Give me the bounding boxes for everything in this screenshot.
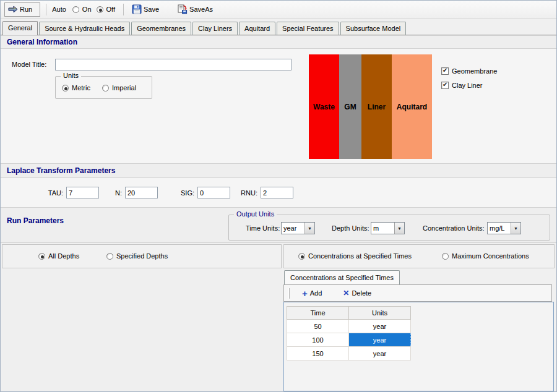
units-imperial-radio[interactable]: Imperial (102, 84, 136, 92)
main-toolbar: Run Auto On Off Save (1, 1, 556, 19)
concentrations-at-specified-times-label: Concentrations at Specified Times (308, 252, 412, 260)
concentration-units-dropdown[interactable]: mg/L ▼ (487, 222, 521, 234)
times-table: Time Units 50 year 100 year 150 year (287, 306, 411, 360)
save-button-label: Save (144, 6, 159, 13)
time-units-dropdown[interactable]: year ▼ (281, 222, 315, 234)
tab-subsurface-model[interactable]: Subsurface Model (340, 22, 407, 35)
table-row: 150 year (287, 347, 411, 360)
auto-off-radio-circle[interactable] (97, 6, 103, 13)
table-row: 50 year (287, 320, 411, 333)
units-metric-radio-circle[interactable] (62, 85, 69, 92)
rnu-label: RNU: (239, 189, 261, 197)
maximum-concentrations-radio-circle[interactable] (442, 253, 449, 260)
add-time-button[interactable]: + Add (296, 285, 328, 301)
auto-off-radio[interactable]: Off (94, 6, 118, 13)
auto-on-radio[interactable]: On (70, 6, 94, 13)
n-field: N: (114, 187, 158, 198)
concentrations-at-specified-times-radio[interactable]: Concentrations at Specified Times (298, 252, 412, 260)
tab-concentrations-at-specified-times[interactable]: Concentrations at Specified Times (284, 270, 400, 284)
specified-depths-label: Specified Depths (116, 252, 168, 260)
sig-input[interactable] (197, 187, 230, 198)
auto-on-label: On (82, 6, 92, 13)
depth-options-box: All Depths Specified Depths (2, 244, 282, 268)
main-tabbar: General Source & Hydraulic Heads Geomemb… (1, 19, 556, 35)
rnu-input[interactable] (261, 187, 293, 198)
tab-source-hydraulic-heads[interactable]: Source & Hydraulic Heads (39, 22, 130, 35)
units-cell[interactable]: year (349, 347, 411, 360)
add-button-label: Add (310, 289, 322, 297)
output-units-groupbox: Output Units Time Units: year ▼ Depth Un… (228, 215, 550, 241)
toolbar-separator (46, 4, 46, 15)
delete-x-icon: ✕ (343, 289, 349, 297)
tab-general[interactable]: General (2, 21, 38, 35)
save-button[interactable]: Save (129, 4, 162, 14)
specified-depths-radio[interactable]: Specified Depths (106, 252, 168, 260)
time-cell[interactable]: 150 (287, 347, 349, 360)
units-cell[interactable]: year (349, 320, 411, 333)
auto-on-radio-circle[interactable] (72, 6, 79, 13)
all-depths-radio-circle[interactable] (38, 253, 45, 260)
save-icon (132, 4, 142, 14)
app-window: Run Auto On Off Save (0, 0, 557, 392)
layer-gm: GM (339, 54, 361, 159)
depth-units-value: m (371, 223, 394, 234)
maximum-concentrations-radio[interactable]: Maximum Concentrations (442, 252, 529, 260)
general-information-header: General Information (1, 35, 556, 49)
output-units-caption: Output Units (234, 210, 277, 218)
times-grid-panel: Time Units 50 year 100 year 150 year (283, 302, 554, 391)
all-depths-radio[interactable]: All Depths (38, 252, 79, 260)
depth-units-label: Depth Units: (332, 224, 369, 232)
n-label: N: (114, 189, 125, 197)
times-table-header-units[interactable]: Units (349, 307, 411, 320)
units-imperial-radio-circle[interactable] (102, 85, 109, 92)
laplace-header: Laplace Transform Parameters (1, 163, 556, 178)
model-title-input[interactable] (55, 59, 291, 70)
sig-field: SIG: (179, 187, 230, 198)
units-cell-selected[interactable]: year (349, 333, 411, 347)
depth-units-dropdown-arrow-icon[interactable]: ▼ (394, 223, 404, 234)
general-information-body: Model Title: Units Metric Imperial Waste… (1, 49, 556, 163)
geomembrane-checkbox-label: Geomembrane (452, 67, 497, 75)
geomembrane-checkbox-box[interactable] (441, 67, 449, 75)
units-metric-radio[interactable]: Metric (62, 84, 90, 92)
units-groupbox-caption: Units (61, 72, 81, 79)
depth-units-dropdown[interactable]: m ▼ (371, 222, 405, 234)
geomembrane-checkbox[interactable]: Geomembrane (441, 67, 497, 75)
concentration-units-value: mg/L (488, 223, 511, 234)
run-button-label: Run (20, 6, 32, 13)
units-metric-label: Metric (72, 84, 90, 92)
saveas-button-label: SaveAs (189, 6, 213, 13)
saveas-button[interactable]: SaveAs (175, 4, 215, 14)
depths-empty-panel (2, 268, 282, 391)
concentration-units-dropdown-arrow-icon[interactable]: ▼ (511, 223, 520, 234)
specified-depths-radio-circle[interactable] (106, 253, 113, 260)
saveas-icon (178, 4, 188, 14)
concentration-options-box: Concentrations at Specified Times Maximu… (283, 244, 555, 268)
time-units-dropdown-arrow-icon[interactable]: ▼ (304, 223, 314, 234)
time-cell[interactable]: 50 (287, 320, 349, 333)
delete-time-button[interactable]: ✕ Delete (337, 285, 378, 301)
clay-liner-checkbox-box[interactable] (441, 82, 449, 89)
time-cell[interactable]: 100 (287, 333, 349, 347)
tab-clay-liners[interactable]: Clay Liners (192, 22, 238, 35)
layer-diagram: Waste GM Liner Aquitard (309, 54, 432, 159)
times-table-header-time[interactable]: Time (287, 307, 349, 320)
run-button[interactable]: Run (4, 2, 40, 17)
tab-special-features[interactable]: Special Features (277, 22, 339, 35)
tau-field: TAU: (44, 187, 99, 198)
toolbar-grip-handle[interactable] (288, 288, 290, 299)
maximum-concentrations-label: Maximum Concentrations (452, 252, 529, 260)
tab-aquitard[interactable]: Aquitard (239, 22, 275, 35)
tau-input[interactable] (66, 187, 99, 198)
clay-liner-checkbox[interactable]: Clay Liner (441, 82, 483, 89)
tab-geomembranes[interactable]: Geomembranes (131, 22, 191, 35)
auto-label: Auto (52, 6, 70, 13)
n-input[interactable] (125, 187, 158, 198)
time-units-label: Time Units: (246, 224, 280, 232)
add-plus-icon: + (302, 289, 308, 298)
concentrations-at-specified-times-radio-circle[interactable] (298, 253, 305, 260)
time-units-value: year (282, 223, 304, 234)
delete-button-label: Delete (352, 289, 371, 297)
laplace-title: Laplace Transform Parameters (7, 166, 115, 175)
auto-off-label: Off (106, 6, 115, 13)
